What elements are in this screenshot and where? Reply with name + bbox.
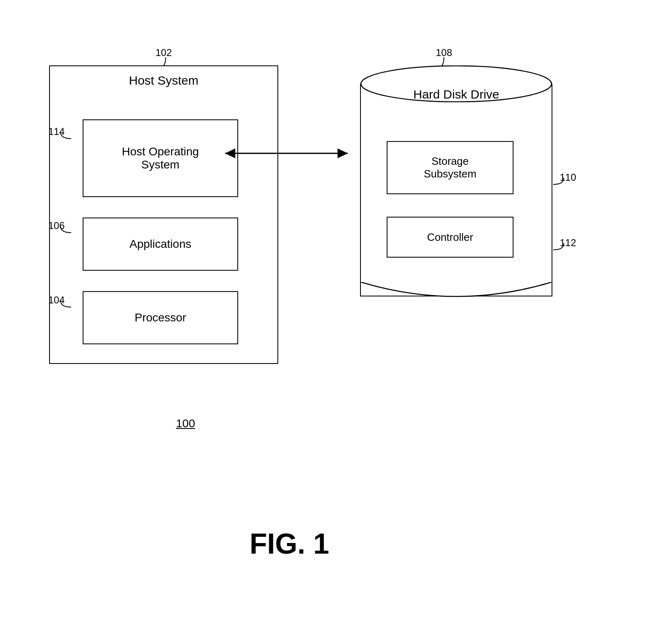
storage-subsystem-label: StorageSubsystem [424,155,477,180]
applications-box: Applications [83,218,238,271]
svg-marker-2 [338,148,348,158]
processor-label: Processor [135,311,186,324]
diagram-container: 102 Host System Host OperatingSystem App… [25,25,638,597]
host-system-label: Host System [129,74,198,88]
ref-112-curve [552,242,565,251]
storage-subsystem-box: StorageSubsystem [387,141,514,194]
ref-104-curve [60,300,72,308]
host-system-box: Host System Host OperatingSystem Applica… [49,65,278,364]
figure-label: FIG. 1 [250,527,329,560]
connection-arrow [213,141,360,166]
controller-label: Controller [427,231,473,244]
hdd-title: Hard Disk Drive [360,86,552,103]
cylinder-bottom-arc [360,282,552,311]
ref-100: 100 [176,417,195,430]
ref-110-curve [552,177,565,185]
ref-114-curve [60,131,72,139]
host-os-label: Host OperatingSystem [122,145,199,171]
svg-marker-1 [225,148,235,158]
processor-box: Processor [83,291,238,344]
controller-box: Controller [387,217,514,258]
ref-106-curve [60,225,72,233]
applications-label: Applications [130,238,191,251]
hdd-cylinder: Hard Disk Drive StorageSubsystem Control… [360,65,552,311]
